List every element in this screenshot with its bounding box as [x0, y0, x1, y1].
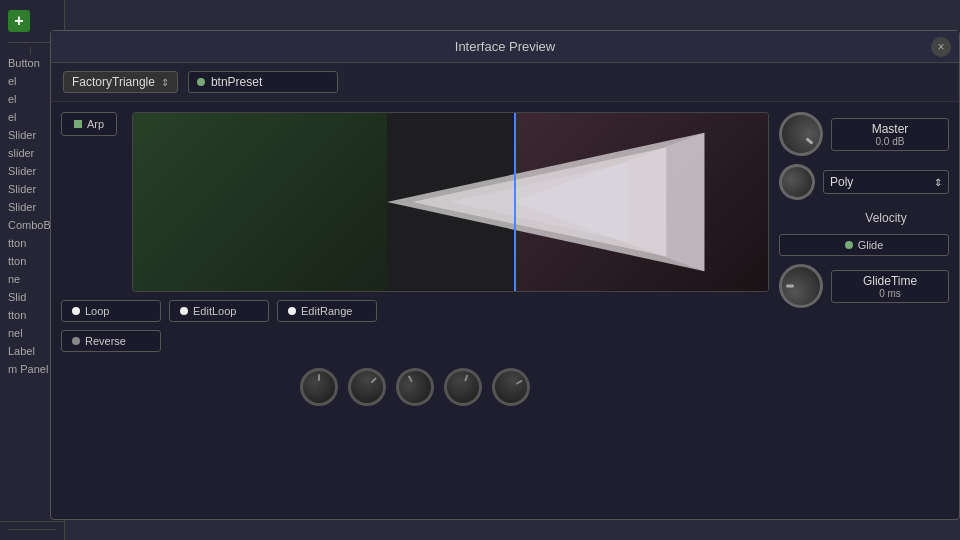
reverse-button[interactable]: Reverse	[61, 330, 161, 352]
knob-2[interactable]	[340, 360, 394, 414]
bottom-knobs-row	[61, 360, 769, 414]
poly-dropdown[interactable]: Poly ⇕	[823, 170, 949, 194]
reverse-dot-icon	[72, 337, 80, 345]
glide-time-knob[interactable]	[779, 264, 823, 308]
master-label: Master	[838, 122, 942, 136]
dialog-header: Interface Preview ×	[51, 31, 959, 63]
velocity-poly-row: Poly ⇕	[779, 164, 949, 200]
preset-dot-icon	[197, 78, 205, 86]
glide-label: Glide	[858, 239, 884, 251]
glide-dot-icon	[845, 241, 853, 249]
loop-button[interactable]: Loop	[61, 300, 161, 322]
add-button[interactable]: +	[8, 10, 30, 32]
knob-1[interactable]	[300, 368, 338, 406]
waveform-section: Arp	[61, 112, 769, 490]
glide-button[interactable]: Glide	[779, 234, 949, 256]
waveform-display[interactable]	[132, 112, 769, 292]
knob-3[interactable]	[389, 361, 441, 413]
preset-dropdown-label: FactoryTriangle	[72, 75, 155, 89]
editrange-dot-icon	[288, 307, 296, 315]
glide-time-value: 0 ms	[838, 288, 942, 299]
glide-time-control: GlideTime 0 ms	[779, 264, 949, 308]
close-icon: ×	[937, 40, 944, 54]
poly-label: Poly	[830, 175, 853, 189]
editloop-dot-icon	[180, 307, 188, 315]
preset-input[interactable]: btnPreset	[188, 71, 338, 93]
preset-dropdown[interactable]: FactoryTriangle ⇕	[63, 71, 178, 93]
cursor-line	[514, 113, 516, 291]
dialog-toolbar: FactoryTriangle ⇕ btnPreset	[51, 63, 959, 102]
dialog-title: Interface Preview	[455, 39, 555, 54]
velocity-label: Velocity	[865, 211, 906, 225]
loop-dot-icon	[72, 307, 80, 315]
poly-arrow-icon: ⇕	[934, 177, 942, 188]
editloop-button[interactable]: EditLoop	[169, 300, 269, 322]
master-knob[interactable]	[770, 103, 832, 165]
editrange-label: EditRange	[301, 305, 352, 317]
editloop-label: EditLoop	[193, 305, 236, 317]
waveform-controls-row1: Loop EditLoop EditRange	[61, 300, 769, 322]
preset-input-label: btnPreset	[211, 75, 262, 89]
glide-time-label-box: GlideTime 0 ms	[831, 270, 949, 303]
knob-4[interactable]	[439, 363, 488, 412]
close-button[interactable]: ×	[931, 37, 951, 57]
chevron-down-icon: ⇕	[161, 77, 169, 88]
waveform-controls-row2: Reverse	[61, 330, 769, 352]
master-value: 0.0 dB	[838, 136, 942, 147]
knob-5[interactable]	[485, 361, 537, 413]
right-panel: Master 0.0 dB Poly ⇕ Velocity	[779, 112, 949, 490]
interface-preview-dialog: Interface Preview × FactoryTriangle ⇕ bt…	[50, 30, 960, 520]
glide-time-label: GlideTime	[838, 274, 942, 288]
add-icon: +	[14, 12, 23, 30]
arp-button-label: Arp	[87, 118, 104, 130]
waveform-svg	[133, 113, 768, 291]
dialog-content: Arp	[51, 102, 959, 500]
editrange-button[interactable]: EditRange	[277, 300, 377, 322]
master-control: Master 0.0 dB	[779, 112, 949, 156]
velocity-label-container: Velocity	[779, 208, 949, 226]
master-label-box: Master 0.0 dB	[831, 118, 949, 151]
reverse-label: Reverse	[85, 335, 126, 347]
arp-button[interactable]: Arp	[61, 112, 117, 136]
loop-label: Loop	[85, 305, 109, 317]
velocity-knob[interactable]	[774, 159, 820, 205]
